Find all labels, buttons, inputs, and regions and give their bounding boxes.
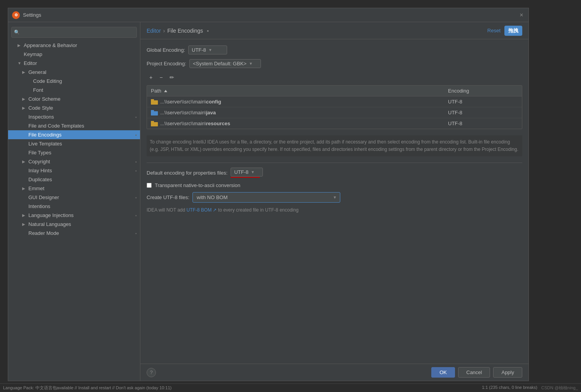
settings-dialog: ⚙ Settings × 🔍 ▶ Appearance & Behavior K… [8,8,529,381]
indicator-icon: ▪ [135,213,137,218]
breadcrumb-link[interactable]: Editor [147,28,161,34]
sidebar-item-emmet[interactable]: ▶ Emmet [8,184,140,193]
path-cell: ...\\server\\src\\main\config [147,96,444,107]
default-encoding-dropdown[interactable]: UTF-8 ▼ [231,168,263,177]
sidebar-item-label: General [28,69,46,75]
sidebar-item-live-templates[interactable]: Live Templates [8,139,140,148]
reset-button[interactable]: Reset [487,28,500,33]
table-row[interactable]: ...\\server\\src\\main\java UTF-8 [147,107,522,118]
default-encoding-value: UTF-8 [234,169,248,175]
sidebar-item-label: Color Scheme [28,96,60,102]
info-text: To change encoding IntelliJ IDEA uses fo… [147,135,522,156]
edit-encoding-button[interactable]: ✏ [167,73,177,82]
sidebar-item-intentions[interactable]: Intentions [8,202,140,211]
path-cell: ...\\server\\src\\main\resources [147,118,444,129]
dialog-title: Settings [23,12,518,18]
folder-icon [151,99,158,105]
dropdown-arrow-icon: ▼ [333,195,337,200]
sidebar-item-reader-mode[interactable]: Reader Mode ▪ [8,229,140,238]
sort-asc-icon [164,90,167,92]
sidebar-item-file-code-templates[interactable]: File and Code Templates [8,121,140,130]
sidebar-item-code-editing[interactable]: Code Editing [8,77,140,86]
sidebar-item-label: GUI Designer [28,194,59,200]
sidebar-item-label: File Encodings [28,132,61,138]
global-encoding-label: Global Encoding: [147,47,185,53]
global-encoding-value: UTF-8 [192,47,206,53]
transparent-label[interactable]: Transparent native-to-ascii conversion [155,182,240,188]
sidebar-item-general[interactable]: ▶ General [8,68,140,77]
folder-icon [151,121,158,126]
project-encoding-row: Project Encoding: <System Default: GBK> … [147,59,522,68]
sidebar-item-editor[interactable]: ▼ Editor [8,59,140,68]
table-header: Path Encoding [147,86,522,96]
path-column-header[interactable]: Path [147,86,444,96]
transparent-checkbox[interactable] [147,183,152,188]
arrow-icon [27,88,32,92]
arrow-icon [18,52,22,56]
folder-icon [151,110,158,116]
status-bar: Language Pack: 中文语言包available // Install… [0,383,581,392]
arrow-icon [22,204,27,208]
apply-button[interactable]: Apply [493,367,522,378]
sidebar-item-natural-languages[interactable]: ▶ Natural Languages [8,220,140,229]
transparent-checkbox-row: Transparent native-to-ascii conversion [147,182,522,188]
help-button[interactable]: ? [147,368,156,377]
encoding-column-header[interactable]: Encoding [444,86,522,96]
sidebar-item-label: Reader Mode [28,230,59,236]
sidebar-item-label: Natural Languages [28,221,71,227]
arrow-icon [22,133,27,137]
svg-rect-4 [151,122,158,126]
arrow-icon: ▶ [22,106,27,110]
sidebar-item-label: Language Injections [28,212,74,218]
utf8-bom-link[interactable]: UTF-8 BOM ↗ [186,207,217,213]
remove-encoding-button[interactable]: − [157,73,165,82]
create-utf8-dropdown[interactable]: with NO BOM ▼ [192,192,340,203]
sidebar-item-label: File and Code Templates [28,123,84,129]
sidebar-item-label: Code Style [28,105,53,111]
sidebar-item-appearance[interactable]: ▶ Appearance & Behavior [8,41,140,50]
ok-button[interactable]: OK [431,367,455,378]
breadcrumb: Editor › File Encodings ▪ [147,28,209,34]
title-bar: ⚙ Settings × [8,8,528,22]
csdn-watermark: CSDN @柚柚ning_ [541,385,578,391]
sidebar-item-file-types[interactable]: File Types [8,148,140,157]
indicator-icon: ▪ [135,168,137,173]
sidebar-item-gui-designer[interactable]: GUI Designer ▪ [8,193,140,202]
create-utf8-label: Create UTF-8 files: [147,194,189,200]
project-encoding-label: Project Encoding: [147,61,186,66]
main-body: Global Encoding: UTF-8 ▼ Project Encodin… [140,39,528,364]
sidebar-item-inspections[interactable]: Inspections ▪ [8,112,140,121]
sidebar-item-duplicates[interactable]: Duplicates [8,175,140,184]
arrow-icon [22,115,27,119]
breadcrumb-current: File Encodings [167,28,203,34]
create-utf8-row: Create UTF-8 files: with NO BOM ▼ [147,192,522,203]
add-encoding-button[interactable]: + [147,73,155,82]
global-encoding-dropdown[interactable]: UTF-8 ▼ [188,46,227,54]
sidebar-item-label: Keymap [24,51,42,57]
table-row[interactable]: ...\\server\\src\\main\config UTF-8 [147,96,522,107]
breadcrumb-separator: › [163,28,165,34]
cancel-button[interactable]: Cancel [458,367,490,378]
close-button[interactable]: × [518,12,525,18]
search-input[interactable] [21,30,134,35]
arrow-icon [22,124,27,128]
status-right: 1:1 (235 chars, 0 line breaks) CSDN @柚柚n… [482,385,578,391]
indicator-icon: ▪ [135,231,137,236]
sidebar-item-code-style[interactable]: ▶ Code Style [8,103,140,112]
table-row[interactable]: ...\\server\\src\\main\resources UTF-8 [147,118,522,129]
sidebar-item-language-injections[interactable]: ▶ Language Injections ▪ [8,211,140,220]
dialog-content: 🔍 ▶ Appearance & Behavior Keymap ▼ Edito… [8,22,528,381]
sidebar-item-copyright[interactable]: ▶ Copyright ▪ [8,157,140,166]
main-content: Editor › File Encodings ▪ Reset 拖拽 Globa… [140,22,528,381]
sidebar-item-font[interactable]: Font [8,86,140,94]
default-encoding-row: Default encoding for properties files: U… [147,168,522,178]
sidebar-item-keymap[interactable]: Keymap [8,50,140,59]
sidebar-item-color-scheme[interactable]: ▶ Color Scheme [8,94,140,103]
sidebar-item-file-encodings[interactable]: File Encodings ▪ [8,130,140,139]
sidebar-item-inlay-hints[interactable]: Inlay Hints ▪ [8,166,140,175]
breadcrumb-icon: ▪ [207,28,209,34]
project-encoding-dropdown[interactable]: <System Default: GBK> ▼ [189,59,261,68]
dropdown-arrow-icon: ▼ [249,61,253,66]
search-box[interactable]: 🔍 [11,27,137,38]
status-left: Language Pack: 中文语言包available // Install… [3,385,172,391]
